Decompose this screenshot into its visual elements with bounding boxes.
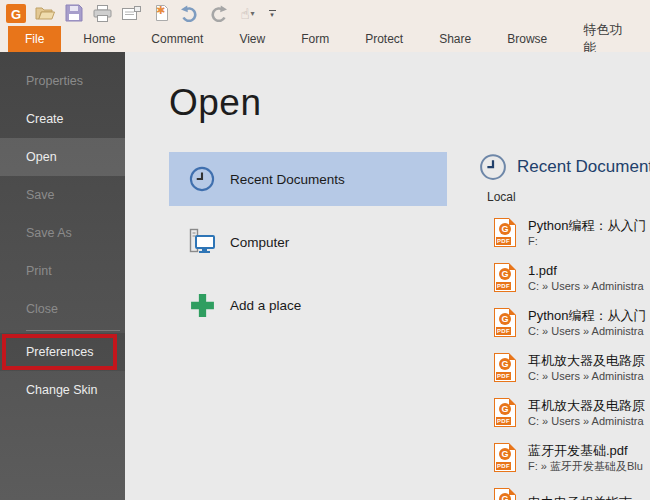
pdf-file-icon: GPDF [494, 218, 516, 247]
clock-icon [187, 165, 217, 193]
customize-toolbar-icon[interactable]: ▾ [266, 10, 278, 17]
titlebar: G ✱ ☝▾ ▾ [0, 0, 650, 26]
svg-text:G: G [10, 6, 20, 21]
computer-icon [187, 228, 217, 256]
file-name: 蓝牙开发基础.pdf [528, 442, 643, 459]
group-label-local: Local [487, 190, 516, 204]
sidebar-item-close: Close [0, 290, 125, 328]
sidebar-item-create[interactable]: Create [0, 100, 125, 138]
pdf-file-icon: GPDF [494, 488, 516, 500]
sidebar-item-open[interactable]: Open [0, 138, 125, 176]
tab-comment[interactable]: Comment [137, 26, 217, 52]
recent-file-list: GPDF Python编程：从入门F: GPDF 1.pdfC: » Users… [494, 210, 650, 500]
tab-special-features[interactable]: 特色功能 [569, 26, 642, 52]
pdf-file-icon: GPDF [494, 308, 516, 337]
backstage-view: Properties Create Open Save Save As Prin… [0, 52, 650, 500]
sidebar-item-preferences[interactable]: Preferences [0, 333, 125, 371]
chevron-down-icon: ▾ [251, 9, 255, 18]
tab-protect[interactable]: Protect [351, 26, 417, 52]
list-item[interactable]: GPDF 1.pdfC: » Users » Administra [494, 255, 650, 300]
place-recent-documents[interactable]: Recent Documents [169, 152, 447, 206]
sidebar-item-change-skin[interactable]: Change Skin [0, 371, 125, 409]
ribbon-tabs: File Home Comment View Form Protect Shar… [0, 26, 650, 52]
tab-home[interactable]: Home [69, 26, 129, 52]
hand-icon: ☝ [240, 6, 249, 21]
list-item[interactable]: GPDF Python编程：从入门C: » Users » Administra [494, 300, 650, 345]
svg-text:✱: ✱ [156, 4, 165, 16]
recent-documents-header: Recent Documents [478, 152, 650, 182]
print-icon[interactable] [92, 3, 113, 24]
list-item[interactable]: GPDF 耳机放大器及电路原C: » Users » Administra [494, 345, 650, 390]
foxit-logo-icon: G [5, 3, 26, 24]
page-title: Open [169, 82, 262, 124]
list-item[interactable]: GPDF 蓝牙开发基础.pdfF: » 蓝牙开发基础及Blu [494, 435, 650, 480]
hand-stamp-tool-icon[interactable]: ☝▾ [237, 3, 258, 24]
place-label: Add a place [230, 298, 301, 313]
list-item[interactable]: GPDF Python编程：从入门F: [494, 210, 650, 255]
list-item[interactable]: GPDF 电力电子相关指南.p [494, 480, 650, 500]
file-path: C: » Users » Administra [528, 369, 645, 384]
pdf-file-icon: GPDF [494, 263, 516, 292]
email-icon[interactable] [121, 3, 142, 24]
place-label: Computer [230, 235, 289, 250]
pdf-file-icon: GPDF [494, 398, 516, 427]
pdf-file-icon: GPDF [494, 353, 516, 382]
create-document-icon[interactable]: ✱ [150, 3, 171, 24]
file-path: C: » Users » Administra [528, 414, 645, 429]
redo-icon[interactable] [208, 3, 229, 24]
sidebar-item-print: Print [0, 252, 125, 290]
chevron-down-icon: ▾ [270, 12, 274, 17]
place-computer[interactable]: Computer [169, 215, 447, 269]
file-menu-sidebar: Properties Create Open Save Save As Prin… [0, 52, 125, 500]
open-places-list: Recent Documents Computer Add a place [169, 152, 447, 332]
sidebar-item-properties: Properties [0, 62, 125, 100]
tab-share[interactable]: Share [425, 26, 485, 52]
place-add-a-place[interactable]: Add a place [169, 278, 447, 332]
file-name: 电力电子相关指南.p [528, 494, 643, 500]
file-name: Python编程：从入门 [528, 217, 646, 234]
save-icon[interactable] [63, 3, 84, 24]
file-path: F: [528, 234, 646, 249]
file-name: 1.pdf [528, 262, 644, 279]
sidebar-item-save-as: Save As [0, 214, 125, 252]
preferences-label: Preferences [26, 345, 93, 359]
place-label: Recent Documents [230, 172, 345, 187]
tab-form[interactable]: Form [287, 26, 343, 52]
file-name: Python编程：从入门 [528, 307, 646, 324]
sidebar-divider [26, 330, 120, 331]
list-item[interactable]: GPDF 耳机放大器及电路原C: » Users » Administra [494, 390, 650, 435]
pdf-file-icon: GPDF [494, 443, 516, 472]
tab-browse[interactable]: Browse [493, 26, 561, 52]
tab-view[interactable]: View [225, 26, 279, 52]
open-page: Open Recent Documents Computer Add a pla… [125, 52, 650, 500]
undo-icon[interactable] [179, 3, 200, 24]
clock-icon [478, 152, 508, 182]
plus-icon [187, 292, 217, 319]
recent-documents-title: Recent Documents [517, 157, 650, 177]
sidebar-item-save: Save [0, 176, 125, 214]
file-path: C: » Users » Administra [528, 324, 646, 339]
tab-file[interactable]: File [8, 26, 61, 52]
file-name: 耳机放大器及电路原 [528, 397, 645, 414]
file-name: 耳机放大器及电路原 [528, 352, 645, 369]
file-path: F: » 蓝牙开发基础及Blu [528, 459, 643, 474]
file-path: C: » Users » Administra [528, 279, 644, 294]
open-folder-icon[interactable] [34, 3, 55, 24]
